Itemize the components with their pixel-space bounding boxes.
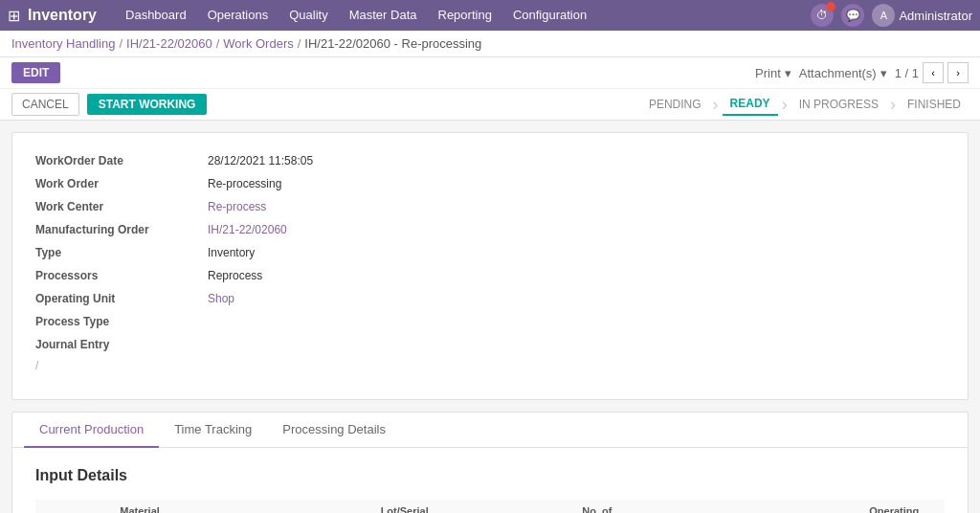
- activity-icon[interactable]: ⏱: [811, 4, 834, 27]
- status-in-progress[interactable]: IN PROGRESS: [791, 94, 886, 115]
- print-label: Print: [755, 66, 781, 80]
- next-record-button[interactable]: ›: [947, 62, 969, 83]
- menu-quality[interactable]: Quality: [279, 0, 337, 31]
- field-table: WorkOrder Date 28/12/2021 11:58:05 Work …: [35, 152, 945, 372]
- workorder-date-label: WorkOrder Date: [35, 152, 208, 169]
- menu-master-data[interactable]: Master Data: [340, 0, 427, 31]
- col-source: Source: [188, 500, 372, 513]
- print-dropdown[interactable]: Print ▾: [755, 66, 791, 80]
- status-pending[interactable]: PENDING: [641, 94, 709, 115]
- processors-value: Reprocess: [208, 267, 945, 284]
- tab-current-production[interactable]: Current Production: [24, 413, 159, 448]
- processors-label: Processors: [35, 267, 208, 284]
- col-sublot-ref: SublotRef.: [469, 500, 537, 513]
- toolbar-area: EDIT Print ▾ Attachment(s) ▾ 1 / 1 ‹ › C…: [0, 57, 980, 121]
- journal-entry-label: Journal Entry: [35, 336, 208, 353]
- tabs-header: Current Production Time Tracking Process…: [12, 413, 968, 448]
- prev-record-button[interactable]: ‹: [923, 62, 944, 83]
- record-card: WorkOrder Date 28/12/2021 11:58:05 Work …: [11, 132, 969, 400]
- col-operating-unit: Operating Unit: [861, 500, 945, 513]
- breadcrumb-inventory-handling[interactable]: Inventory Handling: [11, 36, 115, 51]
- breadcrumb-current: IH/21-22/02060 - Re-processing: [304, 36, 481, 51]
- col-no-of-bags: No. of Bags: [574, 500, 641, 513]
- record-navigation: 1 / 1 ‹ ›: [895, 62, 969, 83]
- main-menu: Dashboard Operations Quality Master Data…: [116, 0, 811, 31]
- tabs-container: Current Production Time Tracking Process…: [11, 412, 969, 513]
- breadcrumb-ih-number[interactable]: IH/21-22/02060: [126, 36, 212, 51]
- attachment-dropdown[interactable]: Attachment(s) ▾: [799, 66, 887, 80]
- tab-time-tracking[interactable]: Time Tracking: [159, 413, 267, 448]
- type-value: Inventory: [208, 244, 945, 261]
- menu-reporting[interactable]: Reporting: [429, 0, 501, 31]
- work-center-value[interactable]: Re-process: [208, 198, 945, 215]
- col-num: #: [35, 500, 57, 513]
- work-order-value: Re-processing: [208, 175, 945, 192]
- app-brand: Inventory: [28, 7, 97, 24]
- notification-badge: [826, 2, 835, 11]
- journal-entry-value: [208, 336, 945, 353]
- apps-icon[interactable]: ⊞: [8, 7, 20, 25]
- main-content: WorkOrder Date 28/12/2021 11:58:05 Work …: [0, 121, 980, 513]
- attachment-label: Attachment(s): [799, 66, 877, 80]
- breadcrumb-sep-3: /: [298, 36, 301, 51]
- work-center-label: Work Center: [35, 198, 208, 215]
- process-type-label: Process Type: [35, 313, 208, 330]
- menu-configuration[interactable]: Configuration: [503, 0, 596, 31]
- workorder-date-value: 28/12/2021 11:58:05: [208, 152, 945, 169]
- process-type-value: [208, 313, 945, 330]
- breadcrumb: Inventory Handling / IH/21-22/02060 / Wo…: [0, 31, 980, 57]
- operating-unit-label: Operating Unit: [35, 290, 208, 307]
- start-working-button[interactable]: START WORKING: [87, 94, 208, 115]
- slash-divider: /: [35, 359, 945, 372]
- manufacturing-order-value[interactable]: IH/21-22/02060: [208, 221, 945, 238]
- breadcrumb-sep-1: /: [119, 36, 122, 51]
- input-details-table: # Product Material Type Source Lot/Seria…: [35, 500, 945, 513]
- menu-dashboard[interactable]: Dashboard: [116, 0, 196, 31]
- input-details-title: Input Details: [35, 467, 945, 484]
- attachment-chevron: ▾: [880, 66, 887, 80]
- user-menu[interactable]: A Administrator: [872, 4, 972, 27]
- col-lot-serial: Lot/Serial Number: [373, 500, 469, 513]
- col-product: Product: [57, 500, 113, 513]
- col-quantity: Quantity: [641, 500, 700, 513]
- top-navigation: ⊞ Inventory Dashboard Operations Quality…: [0, 0, 980, 31]
- col-rate: Rate: [751, 500, 802, 513]
- col-material-type: Material Type: [112, 500, 188, 513]
- status-finished[interactable]: FINISHED: [900, 94, 969, 115]
- chat-icon[interactable]: 💬: [841, 4, 864, 27]
- cancel-button[interactable]: CANCEL: [11, 93, 79, 116]
- avatar: A: [872, 4, 895, 27]
- work-order-label: Work Order: [35, 175, 208, 192]
- menu-operations[interactable]: Operations: [198, 0, 278, 31]
- manufacturing-order-label: Manufacturing Order: [35, 221, 208, 238]
- top-right-actions: ⏱ 💬 A Administrator: [811, 4, 972, 27]
- breadcrumb-sep-2: /: [216, 36, 220, 51]
- table-header-row: # Product Material Type Source Lot/Seria…: [35, 500, 945, 513]
- page-info: 1 / 1: [895, 66, 919, 80]
- col-value: Value: [802, 500, 862, 513]
- print-chevron: ▾: [785, 66, 791, 80]
- tab-processing-details[interactable]: Processing Details: [267, 413, 401, 448]
- breadcrumb-work-orders[interactable]: Work Orders: [223, 36, 293, 51]
- username: Administrator: [899, 9, 972, 23]
- col-nos: Nos: [537, 500, 574, 513]
- type-label: Type: [35, 244, 208, 261]
- toolbar-row2: CANCEL START WORKING PENDING › READY › I…: [0, 89, 980, 120]
- operating-unit-value[interactable]: Shop: [208, 290, 945, 307]
- tab-content-current-production: Input Details # Product Material Type So…: [12, 448, 968, 513]
- status-ready[interactable]: READY: [723, 93, 778, 116]
- col-uom: UOM: [700, 500, 751, 513]
- toolbar-row1: EDIT Print ▾ Attachment(s) ▾ 1 / 1 ‹ ›: [0, 57, 980, 89]
- status-steps: PENDING › READY › IN PROGRESS › FINISHED: [641, 93, 969, 116]
- edit-button[interactable]: EDIT: [11, 62, 60, 83]
